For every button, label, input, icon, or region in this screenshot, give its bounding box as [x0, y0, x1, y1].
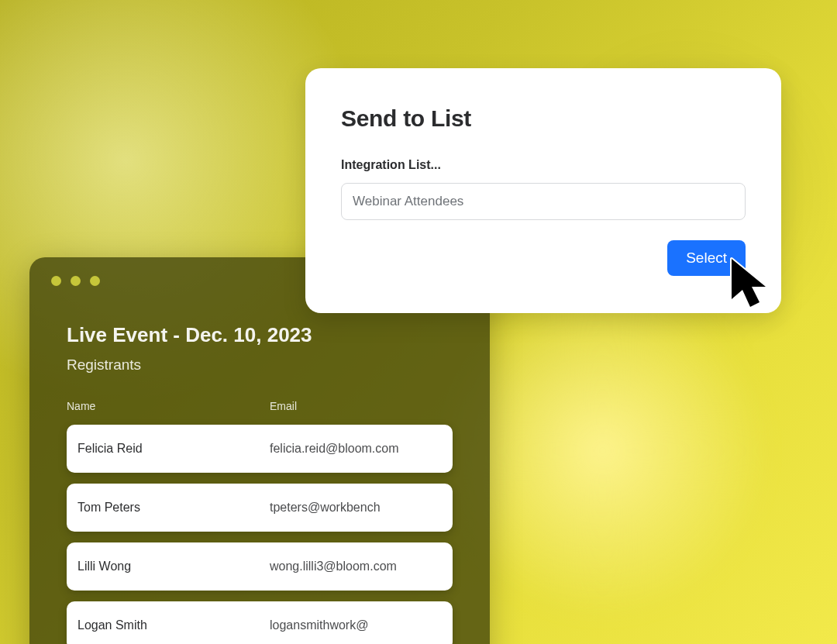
registrants-subtitle: Registrants	[67, 356, 453, 374]
table-row[interactable]: Logan Smith logansmithwork@	[67, 601, 453, 644]
send-to-list-modal: Send to List Integration List... Select	[305, 68, 781, 313]
modal-title: Send to List	[341, 105, 746, 132]
select-button[interactable]: Select	[667, 240, 746, 276]
column-header-name: Name	[67, 400, 270, 412]
table-row[interactable]: Lilli Wong wong.lilli3@bloom.com	[67, 542, 453, 591]
traffic-dot-zoom[interactable]	[90, 276, 100, 286]
cell-name: Lilli Wong	[78, 560, 270, 573]
cell-email: felicia.reid@bloom.com	[270, 442, 442, 456]
registrants-title: Live Event - Dec. 10, 2023	[67, 323, 453, 347]
modal-actions: Select	[341, 240, 746, 276]
cell-name: Felicia Reid	[78, 442, 270, 456]
table-row[interactable]: Felicia Reid felicia.reid@bloom.com	[67, 425, 453, 473]
traffic-dot-close[interactable]	[51, 276, 61, 286]
column-header-email: Email	[270, 400, 453, 412]
registrants-window: Live Event - Dec. 10, 2023 Registrants N…	[29, 257, 490, 644]
cell-email: tpeters@workbench	[270, 501, 442, 515]
cell-email: wong.lilli3@bloom.com	[270, 560, 442, 573]
table-row[interactable]: Tom Peters tpeters@workbench	[67, 484, 453, 532]
stage: Live Event - Dec. 10, 2023 Registrants N…	[0, 0, 837, 644]
table-rows: Felicia Reid felicia.reid@bloom.com Tom …	[67, 425, 453, 644]
integration-list-input[interactable]	[341, 183, 746, 220]
traffic-dot-minimize[interactable]	[71, 276, 81, 286]
integration-list-label: Integration List...	[341, 158, 746, 172]
cell-name: Tom Peters	[78, 501, 270, 515]
cell-email: logansmithwork@	[270, 618, 442, 632]
table-header: Name Email	[67, 400, 453, 412]
cell-name: Logan Smith	[78, 618, 270, 632]
